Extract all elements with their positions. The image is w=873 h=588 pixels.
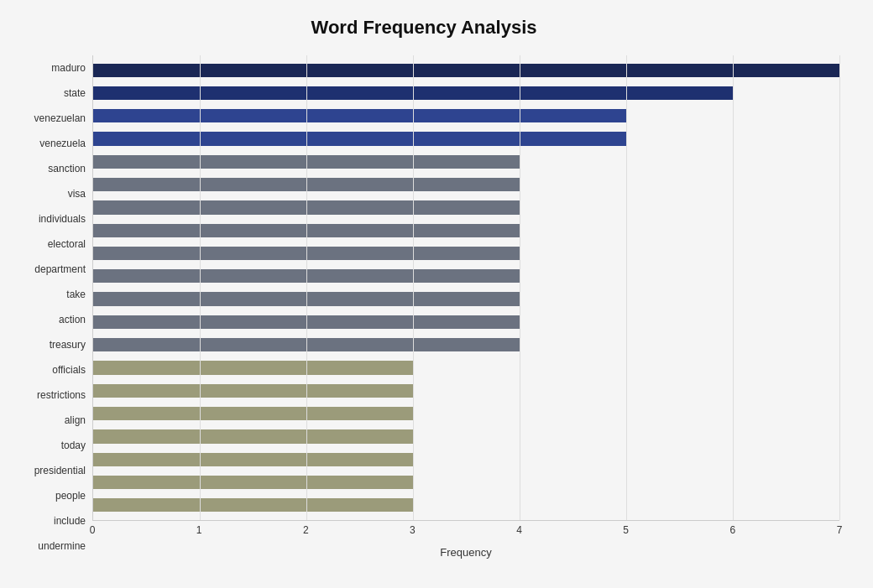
bar: [93, 407, 413, 420]
y-label: restrictions: [37, 382, 86, 408]
x-tick-label: 0: [90, 524, 96, 536]
y-label: visa: [68, 181, 86, 206]
bar-row: [93, 59, 839, 81]
bar-row: [93, 173, 839, 195]
x-tick-label: 7: [837, 524, 843, 536]
y-label: take: [66, 282, 86, 307]
chart-area: madurostatevenezuelanvenezuelasanctionvi…: [8, 55, 839, 559]
bar-row: [93, 448, 839, 471]
y-label: action: [59, 307, 86, 332]
x-tick-label: 4: [516, 524, 522, 536]
bar-row: [93, 425, 839, 448]
chart-title: Word Frequency Analysis: [8, 17, 839, 39]
y-label: include: [54, 508, 86, 533]
bars-grid: [92, 55, 839, 521]
y-label: people: [55, 483, 86, 508]
y-label: align: [65, 408, 86, 433]
bar-row: [93, 288, 839, 310]
x-tick-label: 2: [303, 524, 309, 536]
bar: [93, 109, 626, 122]
grid-line: [413, 55, 414, 520]
x-tick-label: 5: [623, 524, 629, 536]
bar-row: [93, 310, 839, 333]
y-label: officials: [52, 357, 86, 382]
x-tick-label: 6: [730, 524, 736, 536]
y-label: department: [34, 257, 86, 282]
bar-row: [93, 219, 839, 242]
x-tick-label: 1: [196, 524, 202, 536]
bar: [93, 384, 413, 398]
y-label: today: [61, 433, 86, 458]
bar-row: [93, 242, 839, 264]
y-label: maduro: [51, 55, 86, 81]
bar-row: [93, 105, 839, 127]
bar-row: [93, 494, 839, 517]
y-label: treasury: [50, 332, 86, 357]
bar: [93, 361, 413, 374]
bar-row: [93, 356, 839, 379]
y-label: electoral: [48, 232, 86, 257]
bar: [93, 498, 413, 512]
bar-row: [93, 196, 839, 219]
bar-row: [93, 265, 839, 288]
bar-row: [93, 334, 839, 356]
bar-row: [93, 379, 839, 402]
bar-row: [93, 402, 839, 424]
y-label: individuals: [39, 206, 86, 232]
bars-inner: [93, 55, 839, 520]
bar: [93, 64, 839, 77]
x-axis-title: Frequency: [92, 546, 839, 559]
bar: [93, 132, 626, 145]
grid-line: [626, 55, 627, 520]
chart-container: Word Frequency Analysis madurostatevenez…: [0, 0, 873, 588]
bar-row: [93, 81, 839, 104]
bar: [93, 476, 413, 489]
bar: [93, 429, 413, 443]
y-label: state: [64, 81, 86, 106]
grid-line: [839, 55, 840, 520]
grid-line: [200, 55, 201, 520]
bar-row: [93, 150, 839, 173]
y-label: venezuelan: [34, 106, 86, 131]
grid-line: [520, 55, 520, 520]
bars-section: 01234567 Frequency: [92, 55, 839, 559]
bar-row: [93, 471, 839, 493]
y-label: undermine: [38, 533, 86, 559]
x-tick-label: 3: [410, 524, 416, 536]
bar: [93, 453, 413, 466]
y-label: venezuela: [39, 131, 86, 156]
grid-line: [306, 55, 307, 520]
y-label: presidential: [34, 458, 86, 483]
bar-row: [93, 127, 839, 150]
y-label: sanction: [48, 156, 86, 181]
x-axis-labels: 01234567: [92, 521, 839, 541]
y-labels: madurostatevenezuelanvenezuelasanctionvi…: [8, 55, 92, 559]
grid-line: [733, 55, 734, 520]
